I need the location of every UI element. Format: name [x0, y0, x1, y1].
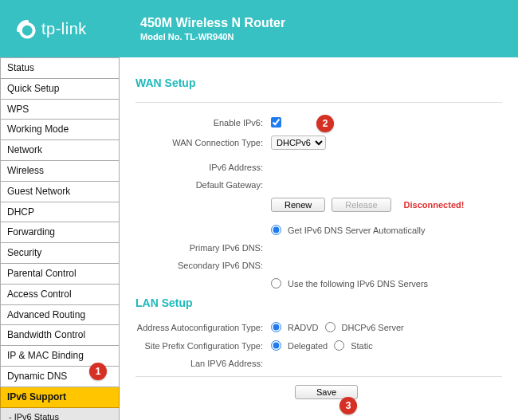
- app-header: tp-link 450M Wireless N Router Model No.…: [0, 0, 518, 57]
- wan-section-title: WAN Setup: [135, 77, 502, 89]
- nav-bandwidth-control[interactable]: Bandwidth Control: [0, 325, 120, 346]
- prefix-label: Site Prefix Configuration Type:: [135, 341, 271, 351]
- nav-wps[interactable]: WPS: [0, 100, 120, 120]
- brand-name: tp-link: [41, 20, 87, 38]
- dhcpv6srv-radio[interactable]: [325, 322, 336, 332]
- release-button[interactable]: Release: [332, 198, 390, 212]
- renew-button[interactable]: Renew: [271, 198, 325, 212]
- nav-dhcp[interactable]: DHCP: [0, 202, 120, 223]
- nav-ipv6-status[interactable]: - IPv6 Status: [0, 408, 120, 420]
- nav-network[interactable]: Network: [0, 140, 120, 161]
- svg-point-0: [21, 24, 34, 37]
- product-title: 450M Wireless N Router: [140, 16, 285, 30]
- dhcpv6srv-label: DHCPv6 Server: [342, 323, 404, 332]
- lan-ipv6-label: Lan IPV6 Address:: [135, 359, 271, 368]
- nav-working-mode[interactable]: Working Mode: [0, 120, 120, 140]
- delegated-label: Delegated: [288, 341, 328, 351]
- nav-parental-control[interactable]: Parental Control: [0, 264, 120, 285]
- dns-auto-label: Get IPv6 DNS Server Automatically: [288, 226, 425, 235]
- dns-manual-radio[interactable]: [271, 278, 281, 289]
- connection-status: Disconnected!: [404, 200, 465, 210]
- nav-access-control[interactable]: Access Control: [0, 285, 120, 305]
- secondary-dns-label: Secondary IPv6 DNS:: [135, 261, 271, 270]
- enable-ipv6-label: Enable IPv6:: [135, 118, 271, 128]
- nav-advanced-routing[interactable]: Advanced Routing: [0, 305, 120, 326]
- nav-dynamic-dns[interactable]: Dynamic DNS: [0, 367, 120, 387]
- nav-ipv6-support[interactable]: IPv6 Support: [0, 387, 120, 408]
- nav-guest-network[interactable]: Guest Network: [0, 182, 120, 202]
- logo-icon: [14, 18, 37, 40]
- header-title-block: 450M Wireless N Router Model No. TL-WR94…: [140, 16, 285, 41]
- primary-dns-label: Primary IPv6 DNS:: [135, 243, 271, 253]
- radvd-label: RADVD: [288, 323, 319, 332]
- nav-wireless[interactable]: Wireless: [0, 161, 120, 182]
- static-label: Static: [351, 341, 373, 351]
- dns-manual-label: Use the following IPv6 DNS Servers: [288, 279, 428, 289]
- divider: [135, 376, 502, 377]
- divider: [135, 102, 502, 103]
- wan-conntype-select[interactable]: DHCPv6: [271, 135, 326, 150]
- dns-auto-radio[interactable]: [271, 225, 281, 235]
- autoconf-label: Address Autoconfiguration Type:: [135, 323, 271, 332]
- ipv6-address-label: IPv6 Address:: [135, 163, 271, 172]
- delegated-radio[interactable]: [271, 340, 281, 351]
- static-radio[interactable]: [334, 340, 344, 351]
- save-button[interactable]: Save: [295, 385, 358, 399]
- radvd-radio[interactable]: [271, 322, 281, 332]
- nav-security[interactable]: Security: [0, 243, 120, 264]
- nav-status[interactable]: Status: [0, 57, 120, 79]
- nav-quick-setup[interactable]: Quick Setup: [0, 79, 120, 100]
- product-model: Model No. TL-WR940N: [140, 32, 285, 41]
- content-panel: WAN Setup Enable IPv6: WAN Connection Ty…: [120, 57, 518, 420]
- wan-conntype-label: WAN Connection Type:: [135, 138, 271, 147]
- default-gateway-label: Default Gateway:: [135, 180, 271, 190]
- nav-forwarding[interactable]: Forwarding: [0, 222, 120, 243]
- sidebar-nav: Status Quick Setup WPS Working Mode Netw…: [0, 57, 120, 420]
- lan-section-title: LAN Setup: [135, 296, 502, 309]
- nav-ip-mac-binding[interactable]: IP & MAC Binding: [0, 346, 120, 367]
- brand-logo: tp-link: [14, 18, 134, 40]
- enable-ipv6-checkbox[interactable]: [271, 117, 281, 128]
